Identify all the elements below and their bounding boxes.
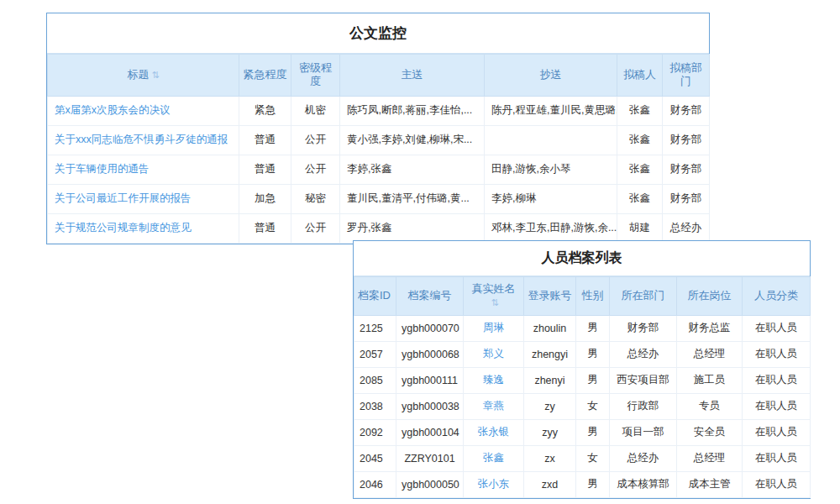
main-recipient-cell: 黄小强,李婷,刘健,柳琳,宋... — [340, 125, 485, 155]
real-name-cell: 郑义 — [464, 341, 524, 367]
real-name-link[interactable]: 郑义 — [483, 348, 504, 360]
login-account-cell: zhoulin — [524, 315, 576, 341]
personnel-archive-panel: 人员档案列表 档案ID 档案编号 真实姓名⇅ 登录账号 性别 所在部门 所在岗位… — [353, 240, 811, 499]
urgency-cell: 普通 — [239, 125, 291, 155]
gender-cell: 男 — [576, 367, 610, 393]
p-col-gender: 性别 — [576, 277, 610, 316]
cc-cell: 陈丹,程亚雄,董川民,黄思璐... — [485, 96, 617, 125]
doc-title-link[interactable]: 关于规范公司规章制度的意见 — [55, 222, 192, 234]
table-row: 2057ygbh000068郑义zhengyi男总经办总经理在职人员 — [354, 341, 811, 367]
main-recipient-cell: 李婷,张鑫 — [340, 155, 485, 184]
table-row: 关于公司最近工作开展的报告加急秘密董川民,董清平,付伟璐,黄...李婷,柳琳张鑫… — [48, 184, 710, 213]
login-account-cell: zy — [524, 393, 576, 419]
table-row: 2085ygbh000111臻逸zhenyi男西安项目部施工员在职人员 — [354, 367, 811, 393]
urgency-cell: 普通 — [239, 155, 291, 184]
draft-dept-cell: 财务部 — [663, 155, 710, 184]
category-cell: 在职人员 — [743, 367, 811, 393]
category-cell: 在职人员 — [743, 341, 811, 367]
doc-title-cell: 关于公司最近工作开展的报告 — [48, 184, 239, 213]
main-recipient-cell: 罗丹,张鑫 — [340, 213, 485, 243]
gender-cell: 男 — [576, 341, 610, 367]
document-monitor-title: 公文监控 — [47, 13, 709, 54]
doc-table-header-row: 标题⇅ 紧急程度 密级程度 主送 抄送 拟稿人 拟稿部门 — [48, 55, 710, 97]
real-name-link[interactable]: 张小东 — [478, 478, 510, 490]
table-row: 2125ygbh000070周琳zhoulin男财务部财务总监在职人员 — [354, 315, 811, 341]
post-cell: 总经理 — [677, 341, 743, 367]
archive-no-cell: ygbh000070 — [396, 315, 464, 341]
real-name-link[interactable]: 张永银 — [478, 426, 510, 438]
table-row: 关于xxx同志临危不惧勇斗歹徒的通报普通公开黄小强,李婷,刘健,柳琳,宋...张… — [48, 125, 710, 155]
post-cell: 总经理 — [677, 445, 743, 471]
department-cell: 项目一部 — [610, 419, 677, 445]
doc-title-cell: 第x届第x次股东会的决议 — [48, 96, 239, 125]
urgency-cell: 紧急 — [239, 96, 291, 125]
login-account-cell: zxd — [524, 471, 576, 497]
sort-icon[interactable]: ⇅ — [151, 70, 159, 80]
p-col-archive-id: 档案ID — [354, 277, 396, 316]
doc-title-link[interactable]: 关于xxx同志临危不惧勇斗歹徒的通报 — [55, 134, 228, 145]
p-col-category: 人员分类 — [743, 277, 811, 316]
archive-id-cell: 2092 — [354, 419, 396, 445]
real-name-link[interactable]: 臻逸 — [483, 374, 504, 386]
doc-col-draft-dept: 拟稿部门 — [663, 55, 710, 97]
real-name-cell: 张小东 — [464, 471, 524, 497]
main-recipient-cell: 董川民,董清平,付伟璐,黄... — [340, 184, 485, 213]
archive-id-cell: 2085 — [354, 367, 396, 393]
main-recipient-cell: 陈巧凤,断郎,蒋丽,李佳怡,... — [340, 96, 485, 125]
secrecy-cell: 公开 — [291, 125, 340, 155]
drafter-cell: 张鑫 — [617, 96, 663, 125]
p-col-department: 所在部门 — [610, 277, 677, 316]
p-col-archive-no: 档案编号 — [396, 277, 464, 316]
category-cell: 在职人员 — [743, 315, 811, 341]
gender-cell: 女 — [576, 445, 610, 471]
category-cell: 在职人员 — [743, 445, 811, 471]
personnel-table-header-row: 档案ID 档案编号 真实姓名⇅ 登录账号 性别 所在部门 所在岗位 人员分类 — [354, 277, 811, 316]
gender-cell: 男 — [576, 471, 610, 497]
doc-title-link[interactable]: 关于车辆使用的通告 — [55, 163, 150, 175]
p-col-real-name[interactable]: 真实姓名⇅ — [464, 277, 524, 316]
department-cell: 成本核算部 — [610, 471, 677, 497]
archive-no-cell: ygbh000068 — [396, 341, 464, 367]
archive-id-cell: 2046 — [354, 471, 396, 497]
post-cell: 施工员 — [677, 367, 743, 393]
real-name-cell: 张永银 — [464, 419, 524, 445]
archive-no-cell: ygbh000038 — [396, 393, 464, 419]
doc-title-cell: 关于规范公司规章制度的意见 — [48, 213, 239, 243]
doc-col-title[interactable]: 标题⇅ — [48, 55, 239, 97]
secrecy-cell: 机密 — [291, 96, 340, 125]
doc-col-drafter: 拟稿人 — [617, 55, 663, 97]
doc-title-link[interactable]: 关于公司最近工作开展的报告 — [55, 192, 192, 204]
drafter-cell: 胡建 — [617, 213, 663, 243]
table-row: 2045ZZRY0101张鑫zx女总经办总经理在职人员 — [354, 445, 811, 471]
doc-col-urgency: 紧急程度 — [239, 55, 291, 97]
real-name-cell: 章燕 — [464, 393, 524, 419]
gender-cell: 男 — [576, 315, 610, 341]
login-account-cell: zhenyi — [524, 367, 576, 393]
doc-title-cell: 关于车辆使用的通告 — [48, 155, 239, 184]
personnel-archive-title: 人员档案列表 — [354, 241, 810, 276]
real-name-link[interactable]: 章燕 — [483, 400, 504, 412]
doc-title-link[interactable]: 第x届第x次股东会的决议 — [55, 104, 171, 116]
post-cell: 成本主管 — [677, 471, 743, 497]
doc-col-title-label: 标题 — [127, 68, 149, 81]
real-name-link[interactable]: 张鑫 — [483, 452, 504, 464]
document-monitor-panel: 公文监控 标题⇅ 紧急程度 密级程度 主送 抄送 拟稿人 拟稿部门 第x届第x次… — [46, 13, 710, 244]
sort-icon[interactable]: ⇅ — [491, 297, 498, 307]
draft-dept-cell: 总经办 — [663, 213, 710, 243]
login-account-cell: zhengyi — [524, 341, 576, 367]
table-row: 2092ygbh000104张永银zyy男项目一部安全员在职人员 — [354, 419, 811, 445]
urgency-cell: 加急 — [239, 184, 291, 213]
draft-dept-cell: 财务部 — [663, 96, 710, 125]
real-name-link[interactable]: 周琳 — [483, 322, 504, 333]
p-col-post: 所在岗位 — [677, 277, 743, 316]
doc-table-body: 第x届第x次股东会的决议紧急机密陈巧凤,断郎,蒋丽,李佳怡,...陈丹,程亚雄,… — [48, 96, 710, 243]
cc-cell: 邓林,李卫东,田静,游恢,余... — [485, 213, 617, 243]
secrecy-cell: 公开 — [291, 213, 340, 243]
draft-dept-cell: 财务部 — [663, 184, 710, 213]
cc-cell — [485, 125, 617, 155]
archive-id-cell: 2057 — [354, 341, 396, 367]
category-cell: 在职人员 — [743, 471, 811, 497]
department-cell: 总经办 — [610, 341, 677, 367]
doc-col-secrecy: 密级程度 — [291, 55, 340, 97]
p-col-real-name-label: 真实姓名 — [472, 282, 516, 295]
